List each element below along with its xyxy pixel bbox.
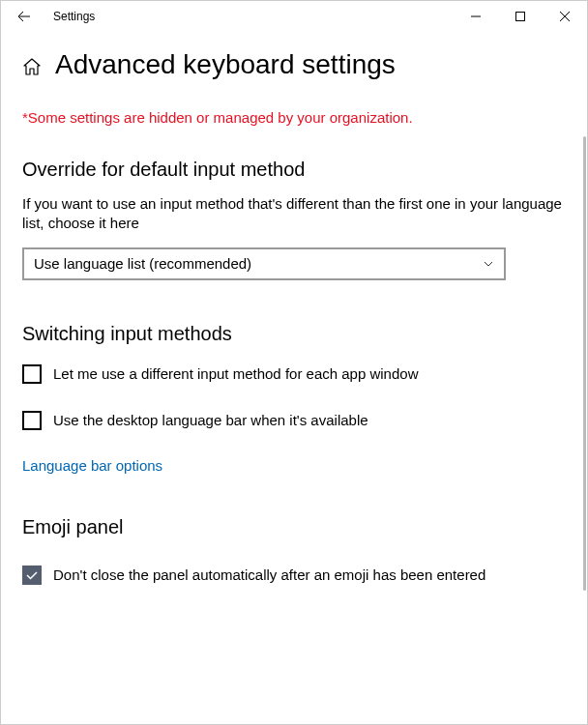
switching-heading: Switching input methods	[22, 323, 566, 345]
checkbox-row-language-bar: Use the desktop language bar when it's a…	[22, 411, 566, 430]
maximize-button[interactable]	[498, 1, 543, 32]
emoji-heading: Emoji panel	[22, 516, 566, 538]
back-button[interactable]	[9, 1, 40, 32]
checkbox-row-per-app: Let me use a different input method for …	[22, 364, 566, 384]
language-bar-checkbox[interactable]	[22, 411, 42, 430]
close-button[interactable]	[543, 1, 587, 32]
home-icon[interactable]	[22, 57, 42, 76]
emoji-panel-checkbox[interactable]	[22, 566, 42, 585]
emoji-panel-label: Don't close the panel automatically afte…	[53, 566, 485, 585]
checkbox-row-emoji: Don't close the panel automatically afte…	[22, 566, 566, 585]
titlebar: Settings	[1, 1, 587, 32]
language-bar-label: Use the desktop language bar when it's a…	[53, 411, 368, 430]
override-description: If you want to use an input method that'…	[22, 194, 566, 234]
override-heading: Override for default input method	[22, 159, 566, 181]
app-title: Settings	[53, 10, 95, 23]
page-title: Advanced keyboard settings	[55, 49, 396, 80]
per-app-checkbox[interactable]	[22, 364, 42, 384]
maximize-icon	[515, 12, 525, 21]
language-bar-options-link[interactable]: Language bar options	[22, 457, 162, 474]
page-header: Advanced keyboard settings	[22, 49, 566, 80]
content-area: Advanced keyboard settings *Some setting…	[1, 32, 587, 585]
svg-rect-1	[516, 13, 525, 21]
minimize-button[interactable]	[454, 1, 498, 32]
scrollbar[interactable]	[583, 136, 586, 591]
per-app-label: Let me use a different input method for …	[53, 364, 418, 384]
dropdown-value: Use language list (recommended)	[34, 255, 251, 272]
minimize-icon	[471, 12, 481, 21]
org-warning: *Some settings are hidden or managed by …	[22, 109, 566, 126]
input-method-dropdown[interactable]: Use language list (recommended)	[22, 247, 506, 280]
close-icon	[560, 12, 570, 21]
checkmark-icon	[25, 568, 39, 582]
arrow-left-icon	[16, 9, 32, 24]
window-controls	[454, 1, 587, 32]
chevron-down-icon	[483, 258, 494, 270]
